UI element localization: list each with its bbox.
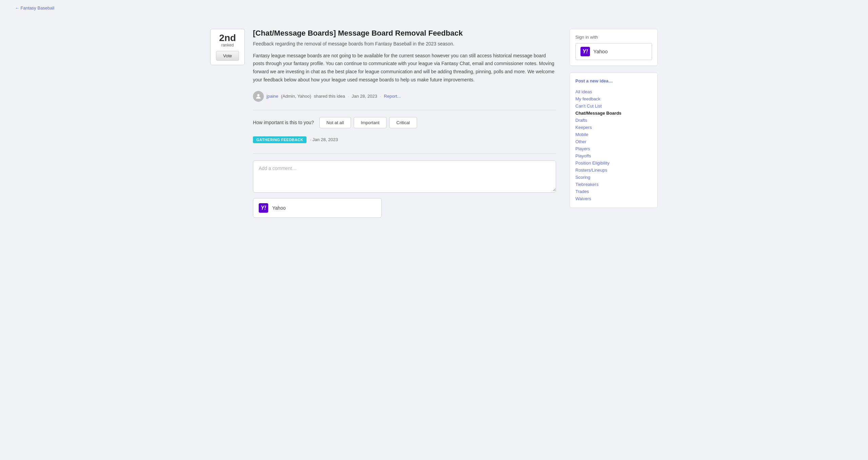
sidebar-nav-item-my-feedback[interactable]: My feedback <box>575 95 652 102</box>
status-date: · Jan 28, 2023 <box>310 137 338 142</box>
yahoo-signin-bottom[interactable]: Y! Yahoo <box>253 198 382 218</box>
main-content: 2nd ranked Vote [Chat/Message Boards] Me… <box>210 29 556 218</box>
sidebar-nav-item-drafts[interactable]: Drafts <box>575 117 652 124</box>
post-title: [Chat/Message Boards] Message Board Remo… <box>253 29 556 38</box>
divider-2 <box>253 153 556 154</box>
shared-text: shared this idea <box>314 94 345 99</box>
sidebar-nav-item-keepers[interactable]: Keepers <box>575 124 652 131</box>
post-subtitle: Feedback regarding the removal of messag… <box>253 41 556 46</box>
comment-box <box>253 160 556 193</box>
post-meta: jpaine (Admin, Yahoo) shared this idea ·… <box>253 91 556 102</box>
meta-separator-2: · <box>380 94 381 99</box>
yahoo-icon-sidebar: Y! <box>580 47 590 56</box>
sidebar-nav-item-players[interactable]: Players <box>575 145 652 152</box>
sidebar-nav-item-other[interactable]: Other <box>575 138 652 145</box>
yahoo-icon-bottom: Y! <box>259 203 268 213</box>
sidebar-nav-item-playoffs[interactable]: Playoffs <box>575 152 652 159</box>
sign-in-card: Sign in with Y! Yahoo <box>570 29 658 66</box>
nav-items-container: All ideasMy feedbackCan't Cut ListChat/M… <box>575 88 652 202</box>
svg-point-0 <box>257 94 260 96</box>
importance-label: How important is this to you? <box>253 120 314 125</box>
sidebar-nav-item-position-eligibility[interactable]: Position Eligibility <box>575 159 652 167</box>
report-link[interactable]: Report... <box>384 94 401 99</box>
sidebar-nav-item-scoring[interactable]: Scoring <box>575 174 652 181</box>
importance-section: How important is this to you? Not at all… <box>253 117 556 128</box>
vote-box: 2nd ranked Vote <box>210 29 245 65</box>
sidebar-nav-item-all-ideas[interactable]: All ideas <box>575 88 652 95</box>
avatar <box>253 91 264 102</box>
divider-1 <box>253 110 556 110</box>
critical-button[interactable]: Critical <box>389 117 417 128</box>
sign-in-with-label: Sign in with <box>575 35 652 40</box>
yahoo-signin-bottom-label: Yahoo <box>272 205 285 211</box>
vote-rank: 2nd <box>219 33 236 43</box>
status-row: GATHERING FEEDBACK · Jan 28, 2023 <box>253 136 556 143</box>
author-name[interactable]: jpaine <box>267 94 278 99</box>
author-role: (Admin, Yahoo) <box>281 94 311 99</box>
post-body: [Chat/Message Boards] Message Board Remo… <box>253 29 556 218</box>
not-at-all-button[interactable]: Not at all <box>319 117 351 128</box>
sidebar-nav-item-waivers[interactable]: Waivers <box>575 195 652 202</box>
important-button[interactable]: Important <box>354 117 387 128</box>
post-new-idea-link[interactable]: Post a new idea… <box>575 78 652 83</box>
vote-button[interactable]: Vote <box>216 51 239 61</box>
sign-in-yahoo-button[interactable]: Y! Yahoo <box>575 43 652 60</box>
status-badge: GATHERING FEEDBACK <box>253 136 307 143</box>
nav-card: Post a new idea… All ideasMy feedbackCan… <box>570 73 658 208</box>
post-description: Fantasy league message boards are not go… <box>253 52 556 84</box>
sidebar-nav-item-trades[interactable]: Trades <box>575 188 652 195</box>
sidebar-nav-item-cant-cut-list[interactable]: Can't Cut List <box>575 102 652 110</box>
sidebar: Sign in with Y! Yahoo Post a new idea… A… <box>570 29 658 218</box>
vote-ranked-label: ranked <box>221 43 234 47</box>
sidebar-nav-item-tiebreakers[interactable]: Tiebreakers <box>575 181 652 188</box>
sign-in-yahoo-label: Yahoo <box>593 49 608 54</box>
back-link-text: ← Fantasy Baseball <box>15 5 54 11</box>
post-date: Jan 28, 2023 <box>352 94 377 99</box>
sidebar-nav-item-mobile[interactable]: Mobile <box>575 131 652 138</box>
sidebar-nav-item-chat-message-boards: Chat/Message Boards <box>575 110 652 117</box>
sidebar-nav-item-rosters-lineups[interactable]: Rosters/Lineups <box>575 167 652 174</box>
left-panel: 2nd ranked Vote [Chat/Message Boards] Me… <box>210 29 556 218</box>
back-link[interactable]: ← Fantasy Baseball <box>14 5 54 11</box>
importance-buttons: Not at all Important Critical <box>319 117 417 128</box>
meta-separator-1: · <box>348 94 349 99</box>
comment-textarea[interactable] <box>253 161 556 191</box>
